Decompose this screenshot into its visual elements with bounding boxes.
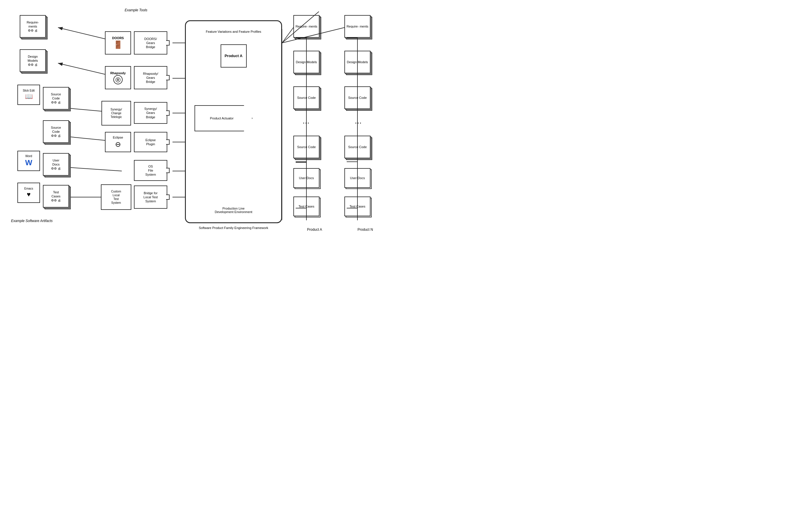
word-box: Word W <box>18 151 40 171</box>
tc-a-stack: Test Cases <box>293 197 322 220</box>
sc-n1-stack: Source Code <box>344 86 373 113</box>
framework-label: Software Product Family Engineering Fram… <box>185 226 282 230</box>
sc-a2-stack: Source Code <box>293 136 322 162</box>
feature-variations-label: Feature Variations and Feature Profiles <box>205 30 263 33</box>
gear-icon-sc1: ⚙⚙ <box>51 100 57 104</box>
eclipse-plugin-label: Eclipse Plugin <box>146 138 156 146</box>
rhapsody-gears-bridge-box: Rhapsody/ Gears Bridge <box>134 66 167 89</box>
test-cases-label: Test Cases <box>51 190 60 199</box>
dots-n: ··· <box>355 120 362 126</box>
dm-n-stack: Design Models <box>344 51 373 77</box>
product-a-col-label: Product A <box>296 228 334 232</box>
ud-n-stack: User Docs <box>344 168 373 191</box>
synergy-gears-label: Synergy/ Gears Bridge <box>144 107 157 119</box>
slick-edit-box: Slick Edit 📖 <box>18 85 40 105</box>
design-models-label: Design Models <box>28 55 38 63</box>
os-file-system-label: OS File System <box>145 164 156 177</box>
rhapsody-tool-box: Rhapsody ® <box>105 66 131 89</box>
ud-a-label: User Docs <box>299 176 314 180</box>
db-icon-ud: 🖨 <box>58 167 61 170</box>
product-actuator-label: Product Actuator <box>210 116 233 120</box>
svg-line-35 <box>282 28 293 43</box>
dm-a-stack: Design Models <box>293 51 322 77</box>
requirements-stack: Require- ments ⚙⚙ 🖨 <box>20 15 49 41</box>
dots-a: ··· <box>303 120 310 126</box>
sc-n1-label: Source Code <box>348 96 367 100</box>
gear-icon-dm: ⚙⚙ <box>28 63 34 66</box>
emacs-box: Emacs ♥ <box>18 183 40 203</box>
req-n-label: Require- ments <box>346 24 368 28</box>
gear-icon-ud: ⚙⚙ <box>51 167 57 170</box>
user-docs-stack: User Docs ⚙⚙ 🖨 <box>43 153 72 179</box>
slick-edit-label: Slick Edit <box>23 89 34 92</box>
req-a-label: Require- ments <box>295 24 317 28</box>
db-icon-sc1: 🖨 <box>58 100 61 104</box>
db-icon-dm: 🖨 <box>34 63 38 66</box>
db-icon-sc2: 🖨 <box>58 134 61 137</box>
eclipse-plugin-box: Eclipse Plugin <box>134 132 167 152</box>
product-actuator: Product Actuator <box>195 105 253 131</box>
sc-a2-label: Source Code <box>297 145 316 149</box>
db-icon-tc: 🖨 <box>58 199 61 202</box>
db-icon-req: 🖨 <box>34 29 38 32</box>
production-line-label: Production Line Development Environment <box>205 207 263 213</box>
req-n-stack: Require- ments <box>344 15 373 41</box>
diagram-container: Example Tools Require- ments ⚙⚙ 🖨 Design… <box>0 0 406 261</box>
product-a-box: Product A <box>221 45 247 67</box>
doors-gears-bridge-box: DOORS/ Gears Bridge <box>134 31 167 55</box>
doors-tool-box: DOORS 🚪 <box>105 31 131 55</box>
gear-icon-sc2: ⚙⚙ <box>51 134 57 137</box>
synergy-gears-bridge-box: Synergy/ Gears Bridge <box>134 102 167 124</box>
sc-a1-label: Source Code <box>297 96 316 100</box>
emacs-label: Emacs <box>24 187 33 191</box>
source-code-1-label: Source Code <box>51 92 61 100</box>
dm-n-label: Design Models <box>347 60 368 64</box>
sc-n2-label: Source Code <box>348 145 367 149</box>
gear-icon-req: ⚙⚙ <box>28 29 34 32</box>
framework-box: Feature Variations and Feature Profiles … <box>185 20 282 223</box>
doors-label: DOORS <box>112 36 124 40</box>
product-n-col-label: Product N <box>346 228 384 232</box>
word-label: Word <box>25 154 32 158</box>
synergy-tool-box: Synergy/ Change Telelogic <box>102 101 131 125</box>
bridge-local-box: Bridge for Local Test System <box>134 185 167 209</box>
design-models-stack: Design Models ⚙⚙ 🖨 <box>20 49 49 75</box>
product-a-inner-label: Product A <box>225 54 243 59</box>
sc-n2-stack: Source Code <box>344 136 373 162</box>
example-tools-label: Example Tools <box>125 8 147 12</box>
os-file-system-box: OS File System <box>134 160 167 181</box>
eclipse-tool-box: Eclipse ⊖ <box>105 132 131 152</box>
user-docs-label: User Docs <box>52 158 59 167</box>
custom-local-label: Custom Local Test System <box>111 190 121 205</box>
ud-a-stack: User Docs <box>293 168 322 191</box>
source-code-2-stack: Source Code ⚙⚙ 🖨 <box>43 120 72 146</box>
dm-a-label: Design Models <box>296 60 317 64</box>
example-artifacts-label: Example Software Artifacts <box>11 219 53 223</box>
eclipse-label: Eclipse <box>113 135 123 139</box>
doors-gears-label: DOORS/ Gears Bridge <box>144 37 157 49</box>
source-code-1-stack: Source Code ⚙⚙ 🖨 <box>43 87 72 113</box>
tc-n-label: Test Cases <box>350 204 365 208</box>
test-cases-stack: Test Cases ⚙⚙ 🖨 <box>43 185 72 211</box>
custom-local-box: Custom Local Test System <box>101 184 131 210</box>
tc-a-label: Test Cases <box>298 204 314 208</box>
requirements-label: Require- ments <box>27 20 39 29</box>
gear-icon-tc: ⚙⚙ <box>51 199 57 202</box>
req-a-stack: Require- ments <box>293 15 322 41</box>
bridge-local-label: Bridge for Local Test System <box>144 191 158 203</box>
sc-a1-stack: Source Code <box>293 86 322 113</box>
ud-n-label: User Docs <box>350 176 365 180</box>
rhapsody-label: Rhapsody <box>110 71 125 75</box>
tc-n-stack: Test Cases <box>344 197 373 220</box>
synergy-label: Synergy/ Change Telelogic <box>111 108 122 119</box>
source-code-2-label: Source Code <box>51 125 61 134</box>
rhapsody-gears-label: Rhapsody/ Gears Bridge <box>143 71 158 84</box>
